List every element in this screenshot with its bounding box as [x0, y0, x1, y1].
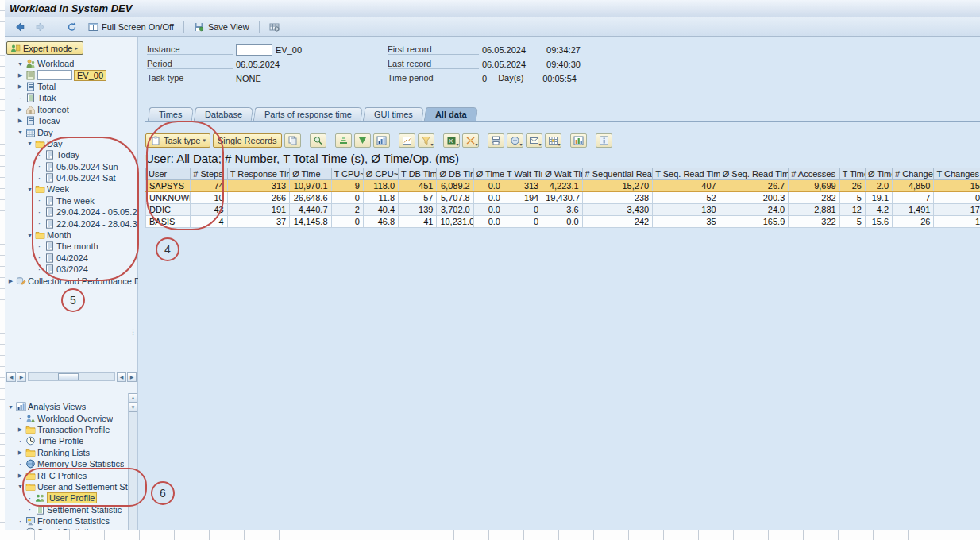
value-cell[interactable]: 46.8 [363, 216, 398, 228]
tab-parts-of-response-time[interactable]: Parts of response time [253, 107, 362, 121]
column-header-seq-read-time[interactable]: Ø Seq. Read Time [720, 168, 789, 180]
value-cell[interactable]: 7 [893, 192, 934, 204]
tree-item-22-04-2024-28-04-30[interactable]: ·22.04.2024 - 28.04.30 [5, 218, 138, 229]
value-cell[interactable]: 313 [504, 180, 542, 192]
tree-item-user-and-settlement-st[interactable]: ▼User and Settlement St [5, 481, 129, 492]
value-cell[interactable]: 26.7 [720, 180, 789, 192]
find-button[interactable] [310, 133, 326, 148]
tree-collapse-icon[interactable]: ▼ [25, 187, 34, 192]
table-row-sapsys[interactable]: SAPSYS7431310,970.19118.04516,089.20.031… [146, 180, 980, 192]
print-button[interactable] [488, 133, 504, 148]
tree-item-04-2024[interactable]: ·04/2024 [5, 253, 138, 264]
tree-collapse-icon[interactable]: ▼ [6, 404, 15, 410]
value-cell[interactable]: 74 [191, 180, 227, 192]
value-cell[interactable]: 9 [331, 180, 363, 192]
column-header-t-seq-read-time[interactable]: T Seq. Read Time [653, 168, 720, 180]
column-header-sequential-reads[interactable]: # Sequential Reads [582, 168, 653, 180]
column-header-time[interactable]: Ø Time [290, 168, 331, 180]
value-cell[interactable]: 15.6 [865, 216, 892, 228]
column-header-t-response-time[interactable]: T Response Time [227, 168, 290, 180]
tree-vertical-scrollbar[interactable]: ▲ ▼ [128, 393, 137, 530]
value-cell[interactable]: 5 [839, 216, 865, 228]
value-cell[interactable]: 4,850 [893, 180, 934, 192]
column-header-t-changes[interactable]: T Changes [934, 168, 980, 180]
column-header-t-time[interactable]: T Time [839, 168, 865, 180]
scrollbar-track[interactable] [28, 372, 115, 381]
detail-button[interactable] [399, 133, 415, 148]
tree-item-memory-use-statistics[interactable]: ·Memory Use Statistics [5, 458, 129, 469]
tree-item-workload[interactable]: ▼Workload [5, 58, 138, 69]
tree-item-day[interactable]: ▼Day [5, 138, 138, 149]
scroll-left-icon[interactable]: ◀ [117, 372, 126, 382]
tree-item-05-05-2024-sun[interactable]: ·05.05.2024 Sun [5, 161, 138, 172]
value-cell[interactable]: 0 [504, 204, 542, 216]
value-cell[interactable]: 19.1 [865, 192, 892, 204]
tree-item-frontend-statistics[interactable]: ·Frontend Statistics [5, 515, 129, 526]
value-cell[interactable]: 0 [504, 216, 542, 228]
table-settings-button[interactable] [265, 19, 284, 34]
tree-item-ev-00[interactable]: ▶EV_00 [5, 69, 138, 80]
tree-expand-icon[interactable]: ▶ [16, 118, 25, 124]
value-cell[interactable]: 5 [839, 192, 865, 204]
back-button[interactable] [10, 19, 29, 34]
tree-item-spool-statistics[interactable]: ·Spool Statistics [5, 526, 129, 530]
user-cell[interactable]: BASIS [146, 216, 191, 228]
instance-chip[interactable]: EV_00 [74, 70, 106, 81]
scroll-down-icon[interactable]: ▼ [129, 403, 137, 412]
value-cell[interactable]: 3,430 [582, 204, 653, 216]
value-cell[interactable]: 26 [839, 180, 865, 192]
filter-button[interactable] [418, 133, 434, 148]
tree-item-titak[interactable]: ·Titak [5, 92, 138, 103]
value-cell[interactable]: 191 [227, 204, 290, 216]
value-cell[interactable]: 14,145.8 [290, 216, 331, 228]
user-cell[interactable]: DDIC [146, 204, 191, 216]
column-header-wait-time[interactable]: Ø Wait Time [542, 168, 582, 180]
value-cell[interactable]: 12 [839, 204, 865, 216]
value-cell[interactable]: 10,970.1 [290, 180, 331, 192]
column-header-t-wait-time[interactable]: T Wait Time [504, 168, 542, 180]
value-cell[interactable]: 4.2 [865, 204, 892, 216]
tree-expand-icon[interactable]: ▶ [6, 278, 15, 284]
tree-item-user-profile[interactable]: ·User Profile [5, 492, 129, 503]
table-settings-button[interactable] [545, 133, 561, 148]
tab-gui-times[interactable]: GUI times [363, 107, 424, 121]
column-header-changes[interactable]: # Changes [893, 168, 934, 180]
value-cell[interactable]: 451 [399, 180, 437, 192]
tree-item-29-04-2024-05-05-20[interactable]: ·29.04.2024 - 05.05.20 [5, 206, 138, 218]
tab-database[interactable]: Database [193, 107, 253, 121]
scroll-up-icon[interactable]: ▲ [129, 393, 137, 403]
tree-item-ranking-lists[interactable]: ▶Ranking Lists [5, 447, 129, 458]
tree-expand-icon[interactable]: ▶ [16, 472, 25, 479]
value-cell[interactable]: 407 [653, 180, 720, 192]
column-header-t-cpu[interactable]: T CPU~ [331, 168, 363, 180]
value-cell[interactable]: 40.4 [363, 204, 398, 216]
user-cell[interactable]: SAPSYS [146, 180, 191, 192]
scroll-right-icon[interactable]: ▶ [17, 372, 26, 382]
value-cell[interactable]: 322 [789, 216, 839, 228]
column-header-cpu[interactable]: Ø CPU~ [363, 168, 398, 180]
tree-expand-icon[interactable]: ▶ [16, 83, 25, 90]
save-view-button[interactable]: Save View [190, 19, 253, 34]
column-header-time[interactable]: Ø Time [473, 168, 504, 180]
tree-item-workload-overview[interactable]: ·Workload Overview [5, 412, 129, 423]
instance-tree-input[interactable] [37, 70, 72, 80]
value-cell[interactable]: 200.3 [720, 192, 789, 204]
mail-button[interactable] [526, 133, 542, 148]
value-cell[interactable]: 10 [191, 192, 227, 204]
tree-item-today[interactable]: ·Today [5, 149, 138, 160]
tree-item-04-05-2024-sat[interactable]: ·04.05.2024 Sat [5, 172, 138, 183]
value-cell[interactable]: 9,699 [789, 180, 839, 192]
tab-all-data[interactable]: All data [423, 107, 477, 121]
value-cell[interactable]: 43 [191, 204, 227, 216]
sort-descending-button[interactable] [354, 133, 371, 148]
tree-collapse-icon[interactable]: ▼ [16, 61, 25, 67]
column-header-db-time[interactable]: Ø DB Time [437, 168, 473, 180]
tab-times[interactable]: Times [148, 107, 194, 121]
column-header-steps[interactable]: # Steps [191, 168, 227, 180]
value-cell[interactable]: 15 [934, 180, 980, 192]
value-cell[interactable]: 1 [934, 216, 980, 228]
pane-splitter-handle[interactable]: ⋮ [129, 331, 137, 334]
forward-button[interactable] [31, 19, 50, 34]
tree-collapse-icon[interactable]: ▼ [16, 484, 25, 489]
cancel-button[interactable] [462, 133, 479, 148]
